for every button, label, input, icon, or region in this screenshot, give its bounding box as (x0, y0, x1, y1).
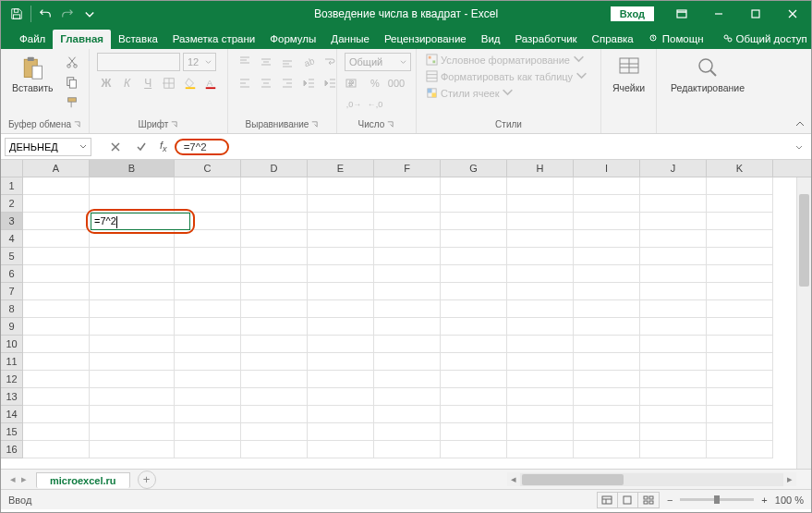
cell[interactable] (441, 388, 507, 406)
cell[interactable] (441, 195, 507, 213)
cell[interactable] (23, 300, 90, 318)
cell[interactable] (374, 406, 441, 423)
expand-fbar-icon[interactable] (793, 142, 806, 152)
cell[interactable] (308, 423, 374, 441)
cell[interactable] (308, 336, 374, 353)
cell[interactable] (374, 423, 441, 441)
cut-icon[interactable] (63, 53, 81, 71)
share-button[interactable]: Общий доступ (715, 30, 812, 49)
cell[interactable] (507, 423, 574, 441)
col-header[interactable]: A (23, 160, 90, 177)
cell[interactable] (175, 388, 241, 406)
formula-input[interactable]: =7^2 (176, 139, 793, 155)
cell[interactable] (175, 195, 241, 213)
cells-button[interactable]: Ячейки (609, 53, 648, 95)
cell-styles-button[interactable]: Стили ячеек (424, 86, 515, 100)
cell[interactable] (374, 388, 441, 406)
cell[interactable] (707, 213, 773, 230)
cell[interactable] (574, 213, 640, 230)
cell[interactable] (707, 406, 773, 423)
orientation-icon[interactable]: ab (299, 53, 318, 71)
view-page-icon[interactable] (618, 493, 638, 507)
cell[interactable] (175, 230, 241, 248)
cell[interactable] (374, 300, 441, 318)
cell[interactable] (707, 230, 773, 248)
add-sheet-icon[interactable]: + (138, 470, 156, 489)
cell[interactable] (574, 177, 640, 195)
align-center-icon[interactable] (257, 74, 275, 92)
zoom-slider[interactable] (680, 498, 754, 501)
cell[interactable] (175, 318, 241, 336)
tab-layout[interactable]: Разметка страни (165, 30, 262, 49)
cell[interactable] (441, 423, 507, 441)
tab-review[interactable]: Рецензирование (377, 30, 474, 49)
cell[interactable] (308, 318, 374, 336)
cell[interactable] (241, 371, 308, 388)
cell[interactable] (507, 177, 574, 195)
cell[interactable] (175, 283, 241, 300)
cell[interactable] (441, 441, 507, 458)
cell[interactable] (308, 283, 374, 300)
align-right-icon[interactable] (278, 74, 297, 92)
cell[interactable] (441, 248, 507, 265)
cell[interactable] (507, 318, 574, 336)
col-header[interactable]: F (374, 160, 441, 177)
cell[interactable] (441, 283, 507, 300)
cell[interactable] (374, 265, 441, 283)
paste-button[interactable]: Вставить (8, 53, 57, 95)
cell[interactable] (90, 265, 175, 283)
cell[interactable] (175, 353, 241, 371)
row-header[interactable]: 16 (1, 441, 23, 458)
cell[interactable] (707, 248, 773, 265)
row-header[interactable]: 2 (1, 195, 23, 213)
conditional-fmt-button[interactable]: Условное форматирование (424, 53, 587, 67)
cell[interactable] (507, 406, 574, 423)
tellme-button[interactable]: Помощн (641, 30, 711, 49)
cell[interactable] (308, 388, 374, 406)
cell[interactable] (241, 283, 308, 300)
cell[interactable] (23, 213, 90, 230)
cell[interactable] (574, 265, 640, 283)
horizontal-scrollbar[interactable]: ◂▸ (507, 472, 796, 486)
number-format-select[interactable]: Общий (345, 53, 411, 71)
col-header[interactable]: H (507, 160, 574, 177)
row-header[interactable]: 1 (1, 177, 23, 195)
italic-icon[interactable]: К (118, 74, 137, 92)
editing-button[interactable]: Редактирование (667, 53, 748, 95)
cell[interactable] (374, 283, 441, 300)
save-icon[interactable] (6, 4, 27, 24)
cell[interactable] (23, 441, 90, 458)
row-header[interactable]: 15 (1, 423, 23, 441)
cell[interactable] (175, 248, 241, 265)
sheet-nav-prev-icon[interactable]: ◂ (10, 473, 16, 485)
cell[interactable] (23, 283, 90, 300)
cell[interactable] (90, 318, 175, 336)
row-header[interactable]: 8 (1, 300, 23, 318)
cell[interactable] (574, 283, 640, 300)
cell[interactable] (90, 283, 175, 300)
tab-developer[interactable]: Разработчик (508, 30, 585, 49)
maximize-icon[interactable] (737, 1, 774, 27)
cell[interactable] (640, 195, 707, 213)
cell[interactable] (707, 283, 773, 300)
cell[interactable] (707, 336, 773, 353)
zoom-out-icon[interactable]: − (667, 495, 673, 506)
cell[interactable] (308, 300, 374, 318)
cell[interactable] (507, 230, 574, 248)
cell[interactable] (23, 388, 90, 406)
bold-icon[interactable]: Ж (97, 74, 115, 92)
row-header[interactable]: 9 (1, 318, 23, 336)
zoom-in-icon[interactable]: + (761, 495, 767, 506)
inc-decimal-icon[interactable]: ,0→ (345, 95, 363, 114)
sheet-tab[interactable]: microexcel.ru (36, 472, 130, 488)
cell[interactable] (441, 230, 507, 248)
cell[interactable] (374, 371, 441, 388)
col-header[interactable]: K (707, 160, 773, 177)
font-size-select[interactable]: 12 (183, 53, 216, 71)
col-header[interactable]: B (90, 160, 175, 177)
cell[interactable] (574, 230, 640, 248)
sheet-nav-next-icon[interactable]: ▸ (21, 473, 27, 485)
qat-dropdown-icon[interactable] (79, 4, 100, 24)
col-header[interactable]: E (308, 160, 374, 177)
cell[interactable] (374, 230, 441, 248)
